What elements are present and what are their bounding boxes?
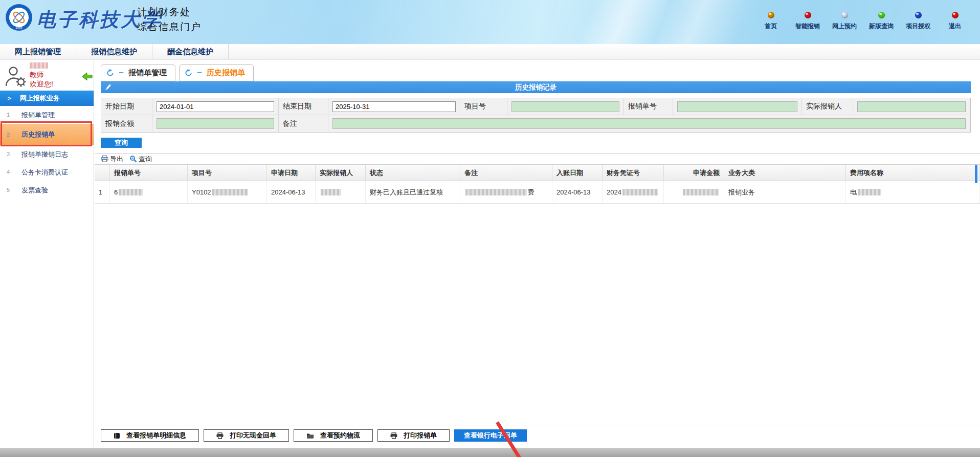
bill-no-label: 报销单号 [624, 98, 673, 115]
amount-input[interactable] [157, 118, 274, 129]
menu-remuneration-info-maintain[interactable]: 酬金信息维护 [152, 44, 229, 59]
svg-text:1956: 1956 [15, 26, 23, 29]
project-no-input[interactable] [511, 101, 619, 112]
remark-label: 备注 [279, 115, 328, 132]
search-form: 开始日期 结束日期 项目号 报销单号 实际报销人 报销金额 备注 [101, 98, 971, 133]
grid-toolbar: 导出 查询 [95, 153, 980, 165]
smart-reimburse-ball-icon [805, 12, 811, 18]
cell-status: 财务已入账且已通过复核 [366, 181, 460, 203]
redacted-block [683, 189, 719, 195]
user-role: 教师 [30, 71, 44, 80]
detail-card-icon [114, 432, 120, 439]
quick-link-online-booking[interactable]: 网上预约 [829, 12, 860, 31]
quick-link-project-auth[interactable]: 项目授权 [902, 12, 934, 31]
redacted-block [119, 189, 143, 195]
actual-person-input[interactable] [857, 101, 966, 112]
table-row[interactable]: 1 6 Y0102 2024-06-13 财务已入账且已通过复核 费 2024-… [95, 181, 980, 204]
app-header: 1956 UESTC 电子科技大学 计划财务处 综合信息门户 首页 智能报销 网… [0, 0, 980, 44]
table-header-row: 报销单号 项目号 申请日期 实际报销人 状态 备注 入账日期 财务凭证号 申请金… [95, 165, 980, 181]
redacted-block [212, 189, 248, 195]
toolbar-query-button[interactable]: 查询 [129, 155, 152, 164]
user-gear-icon [4, 65, 29, 89]
user-welcome: 欢迎您! [30, 80, 53, 89]
remark-input[interactable] [332, 118, 966, 129]
cell-apply-date: 2024-06-13 [267, 181, 316, 203]
chevron-right-icon: ＞ [6, 94, 13, 103]
redacted-block [465, 189, 527, 195]
svg-text:UESTC: UESTC [10, 16, 19, 19]
results-table: 报销单号 项目号 申请日期 实际报销人 状态 备注 入账日期 财务凭证号 申请金… [95, 165, 980, 204]
sidebar-item-business-card-cert[interactable]: 4 公务卡消费认证 [0, 163, 94, 181]
cell-business-type: 报销业务 [724, 181, 846, 203]
action-button-row: 查看报销单明细信息 打印无现金回单 查看预约物流 打印报销单 [101, 429, 527, 442]
project-no-label: 项目号 [460, 98, 507, 115]
sidebar-section-online-billing[interactable]: ＞ 网上报帐业务 [0, 91, 94, 106]
panel-title: 历史报销记录 [515, 83, 556, 91]
sidebar-item-bill-management[interactable]: 1 报销单管理 [0, 106, 94, 124]
end-date-label: 结束日期 [279, 98, 328, 115]
view-booking-logistics-button[interactable]: 查看预约物流 [294, 429, 373, 442]
cell-apply-amount [664, 181, 724, 203]
tab-history-bills[interactable]: − 历史报销单 [179, 64, 254, 81]
printer-icon [216, 432, 224, 439]
quick-link-logout[interactable]: 退出 [939, 12, 971, 31]
quick-link-smart-reimburse[interactable]: 智能报销 [792, 12, 823, 31]
cell-actual-person [316, 181, 366, 203]
sidebar-item-history-bills[interactable]: 2 历史报销单 [0, 124, 94, 145]
project-auth-ball-icon [915, 12, 922, 18]
view-bank-e-receipt-button[interactable]: 查看银行电子回单 [454, 429, 527, 442]
home-ball-icon [768, 12, 774, 18]
top-menubar: 网上报销管理 报销信息维护 酬金信息维护 [0, 44, 980, 60]
printer-icon [101, 155, 108, 163]
end-date-input[interactable] [332, 101, 456, 112]
amount-label: 报销金额 [101, 115, 152, 132]
cell-bill-no: 6 [110, 181, 188, 203]
sidebar-section-label: 网上报帐业务 [20, 94, 60, 103]
start-date-label: 开始日期 [101, 98, 152, 115]
cell-entry-date: 2024-06-13 [552, 181, 603, 203]
bill-no-input[interactable] [677, 101, 797, 112]
refresh-icon[interactable] [106, 69, 114, 77]
quick-link-new-query[interactable]: 新版查询 [865, 12, 897, 31]
export-button[interactable]: 导出 [101, 155, 123, 164]
main-content: − 报销单管理 − 历史报销单 历史报销记录 开始日期 结束日期 项目号 报销单… [95, 60, 980, 448]
query-button[interactable]: 查询 [101, 138, 142, 148]
row-index: 1 [95, 181, 110, 203]
page-footer [0, 448, 980, 457]
header-quick-links: 首页 智能报销 网上预约 新版查询 项目授权 退出 [755, 12, 971, 31]
folder-icon [306, 432, 314, 439]
tab-bill-management[interactable]: − 报销单管理 [101, 64, 175, 81]
start-date-input[interactable] [157, 101, 274, 112]
print-bill-button[interactable]: 打印报销单 [377, 429, 450, 442]
actual-person-label: 实际报销人 [802, 98, 853, 115]
minimize-icon[interactable]: − [119, 68, 124, 78]
sidebar-collapse-arrow-icon[interactable] [82, 72, 93, 81]
panel-titlebar: 历史报销记录 [101, 81, 971, 93]
user-block: 教师 欢迎您! [0, 60, 94, 91]
view-bill-detail-button[interactable]: 查看报销单明细信息 [101, 429, 199, 442]
bottom-divider [95, 425, 980, 425]
magnifier-icon [129, 155, 137, 163]
menu-reimburse-info-maintain[interactable]: 报销信息维护 [76, 44, 152, 59]
cell-voucher-no: 2024 [603, 181, 664, 203]
minimize-icon[interactable]: − [197, 68, 202, 78]
portal-title: 计划财务处 综合信息门户 [137, 5, 202, 35]
sidebar-item-invoice-check[interactable]: 5 发票查验 [0, 181, 94, 199]
sidebar: 教师 欢迎您! ＞ 网上报帐业务 1 报销单管理 2 历史报销单 3 报销单撤销… [0, 60, 94, 448]
cell-expense-name: 电 [846, 181, 980, 203]
print-cashless-receipt-button[interactable]: 打印无现金回单 [204, 429, 289, 442]
printer-icon [390, 432, 397, 439]
new-query-ball-icon [878, 12, 885, 18]
user-name-redacted [30, 62, 48, 69]
pencil-icon[interactable] [105, 83, 112, 91]
sidebar-item-bill-cancel-log[interactable]: 3 报销单撤销日志 [0, 145, 94, 163]
workspace-tabstrip: − 报销单管理 − 历史报销单 [95, 60, 980, 81]
online-booking-ball-icon [841, 12, 848, 18]
logout-ball-icon [952, 12, 959, 18]
refresh-icon[interactable] [185, 69, 192, 77]
redacted-block [321, 189, 341, 195]
scrollbar-thumb[interactable] [975, 165, 977, 183]
quick-link-home[interactable]: 首页 [755, 12, 787, 31]
menu-online-reimburse-mgmt[interactable]: 网上报销管理 [0, 44, 76, 59]
university-logo-icon: 1956 UESTC [5, 4, 33, 31]
